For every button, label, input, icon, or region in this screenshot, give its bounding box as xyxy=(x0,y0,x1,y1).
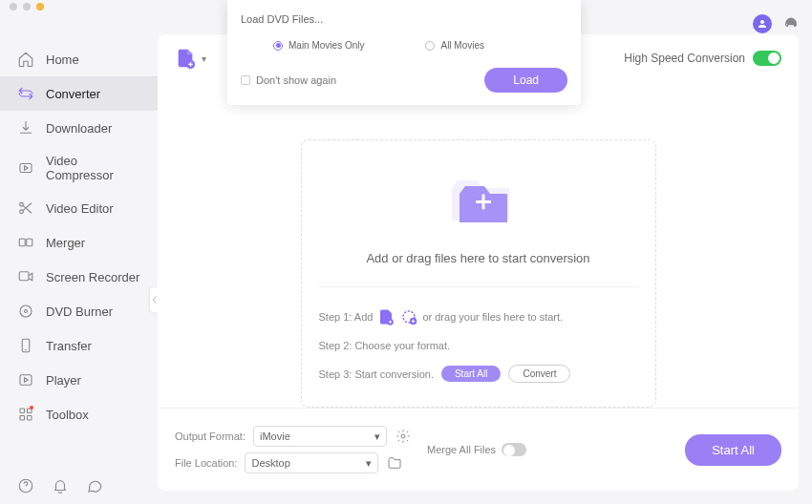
step-2: Step 2: Choose your format. xyxy=(319,333,638,358)
sidebar-label: Screen Recorder xyxy=(46,270,139,284)
svg-rect-4 xyxy=(27,239,32,246)
sidebar-item-recorder[interactable]: Screen Recorder xyxy=(0,260,158,294)
sidebar-label: Downloader xyxy=(46,121,112,136)
sidebar-item-editor[interactable]: Video Editor xyxy=(0,191,158,225)
output-format-select[interactable]: iMovie▾ xyxy=(253,426,387,447)
file-location-label: File Location: xyxy=(175,457,237,469)
sidebar-label: Video Editor xyxy=(46,201,114,216)
hsc-label: High Speed Conversion xyxy=(624,52,745,65)
sidebar-label: Transfer xyxy=(46,339,92,353)
transfer-icon xyxy=(17,337,34,354)
sidebar-label: Player xyxy=(46,373,81,388)
load-dvd-dialog: Load DVD Files... Main Movies Only All M… xyxy=(227,0,581,105)
merger-icon xyxy=(17,234,34,251)
home-icon xyxy=(17,51,34,68)
sidebar: Home Converter Downloader Video Compress… xyxy=(0,34,158,504)
high-speed-conversion: High Speed Conversion xyxy=(624,51,781,66)
grid-icon xyxy=(17,406,34,423)
folder-graphic-icon xyxy=(431,167,526,234)
svg-point-1 xyxy=(20,202,24,206)
bell-icon[interactable] xyxy=(52,477,69,494)
sidebar-label: Toolbox xyxy=(46,408,89,422)
sidebar-item-dvd-burner[interactable]: DVD Burner xyxy=(0,294,158,328)
step-3: Step 3: Start conversion. Start All Conv… xyxy=(319,358,638,389)
footer-bar: Output Format: iMovie▾ File Location: De… xyxy=(158,408,799,491)
download-icon xyxy=(17,119,34,136)
merge-all-files: Merge All Files xyxy=(427,443,526,456)
dropzone-steps: Step 1: Add or drag your files here to s… xyxy=(319,286,638,389)
output-format-label: Output Format: xyxy=(175,430,246,442)
sidebar-item-toolbox[interactable]: Toolbox xyxy=(0,397,158,431)
sidebar-label: Video Compressor xyxy=(46,154,140,182)
scissors-icon xyxy=(17,200,34,217)
svg-rect-17 xyxy=(481,195,484,210)
help-icon[interactable] xyxy=(17,477,34,494)
sidebar-bottom-icons xyxy=(17,477,103,494)
window-minimize-button[interactable] xyxy=(23,3,31,10)
dialog-title: Load DVD Files... xyxy=(241,13,567,25)
recorder-icon xyxy=(17,268,34,285)
sidebar-item-converter[interactable]: Converter xyxy=(0,76,158,111)
svg-point-6 xyxy=(20,305,32,317)
hsc-toggle[interactable] xyxy=(753,51,781,66)
settings-gear-icon[interactable] xyxy=(395,428,412,445)
step-1: Step 1: Add or drag your files here to s… xyxy=(319,301,638,333)
sidebar-label: Home xyxy=(46,52,79,67)
sidebar-label: Merger xyxy=(46,236,85,250)
converter-icon xyxy=(17,85,34,102)
add-file-button[interactable]: ▾ xyxy=(175,48,206,69)
radio-icon xyxy=(425,41,435,51)
disc-icon xyxy=(17,303,34,320)
sidebar-label: DVD Burner xyxy=(46,304,113,319)
add-circle-mini-icon xyxy=(399,307,418,326)
radio-all-movies[interactable]: All Movies xyxy=(425,40,484,51)
svg-rect-3 xyxy=(19,239,25,246)
svg-rect-11 xyxy=(28,409,32,413)
svg-rect-13 xyxy=(28,416,32,421)
sidebar-label: Converter xyxy=(46,87,100,101)
svg-point-21 xyxy=(401,434,405,438)
sidebar-item-compressor[interactable]: Video Compressor xyxy=(0,145,158,191)
sidebar-item-home[interactable]: Home xyxy=(0,42,158,76)
load-button[interactable]: Load xyxy=(484,68,567,93)
dropzone-text: Add or drag files here to start conversi… xyxy=(319,251,638,265)
merge-label: Merge All Files xyxy=(427,444,496,455)
sidebar-item-downloader[interactable]: Downloader xyxy=(0,111,158,145)
radio-icon xyxy=(273,41,283,51)
dont-show-checkbox[interactable]: Don't show again xyxy=(241,74,336,86)
dropzone[interactable]: Add or drag files here to start conversi… xyxy=(301,139,656,408)
feedback-icon[interactable] xyxy=(86,477,103,494)
window-maximize-button[interactable] xyxy=(36,3,44,10)
svg-rect-9 xyxy=(20,375,32,386)
add-file-mini-icon xyxy=(376,307,395,326)
radio-main-movies[interactable]: Main Movies Only xyxy=(273,40,364,51)
folder-open-icon[interactable] xyxy=(386,454,403,472)
sidebar-item-transfer[interactable]: Transfer xyxy=(0,328,158,363)
window-close-button[interactable] xyxy=(10,3,17,10)
svg-rect-12 xyxy=(20,416,25,421)
svg-rect-10 xyxy=(20,409,25,413)
merge-toggle[interactable] xyxy=(502,443,526,456)
start-all-button[interactable]: Start All xyxy=(685,434,781,466)
checkbox-icon xyxy=(241,75,250,85)
svg-point-2 xyxy=(20,210,24,214)
user-account-icon[interactable] xyxy=(753,14,772,33)
svg-point-7 xyxy=(25,310,28,313)
sidebar-item-merger[interactable]: Merger xyxy=(0,225,158,260)
compressor-icon xyxy=(17,159,34,177)
support-headset-icon[interactable] xyxy=(781,14,801,33)
convert-pill: Convert xyxy=(508,365,570,383)
file-location-select[interactable]: Desktop▾ xyxy=(245,452,378,473)
start-all-pill: Start All xyxy=(441,366,501,382)
play-icon xyxy=(17,371,34,388)
chevron-down-icon: ▾ xyxy=(202,53,206,64)
svg-rect-0 xyxy=(20,164,32,173)
svg-rect-5 xyxy=(19,272,29,281)
sidebar-item-player[interactable]: Player xyxy=(0,363,158,397)
